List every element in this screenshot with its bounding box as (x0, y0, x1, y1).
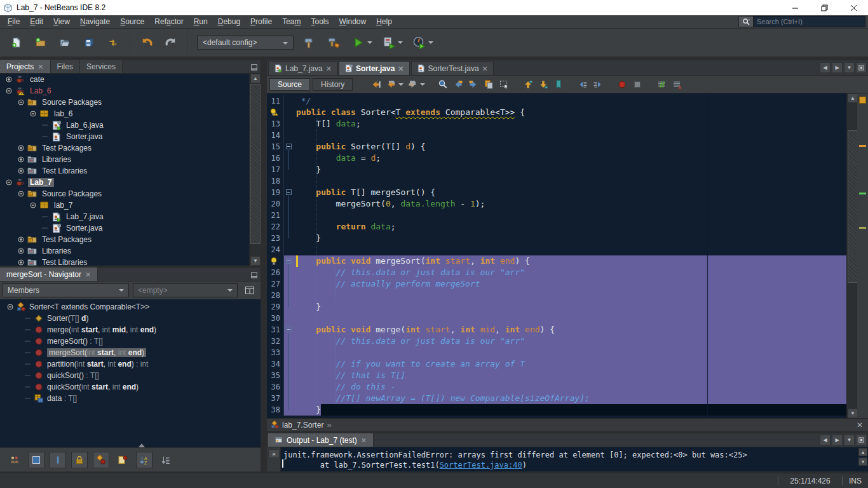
close-button[interactable] (839, 0, 868, 15)
show-static-members-icon[interactable] (71, 452, 88, 468)
code-line[interactable]: 37 //T[] newArray = (T[]) new Comparable… (267, 393, 846, 404)
tree-row[interactable]: Lab_7 (0, 177, 249, 188)
output-scroll-down-icon[interactable]: ▼ (858, 458, 867, 466)
close-icon[interactable]: ✕ (85, 271, 91, 278)
line-number[interactable]: 16 (267, 152, 284, 164)
tab-sorter-java[interactable]: Sorter.java✕ (339, 61, 410, 75)
navigator-member[interactable]: quickSort() : T[] (0, 370, 261, 381)
output-console[interactable]: » ▲ ▼ junit.framework.AssertionFailedErr… (267, 447, 868, 471)
back-icon[interactable] (384, 78, 397, 91)
sync-icon[interactable] (105, 35, 121, 50)
error-stripe-status[interactable] (859, 97, 866, 104)
tree-row[interactable]: cate (0, 74, 249, 85)
scroll-tabs-right-icon[interactable]: ▶ (832, 435, 843, 445)
line-number[interactable]: 15 (267, 141, 284, 152)
tab-output[interactable]: Output - Lab_7 (test)✕ (268, 433, 374, 447)
line-number[interactable]: 35 (267, 370, 284, 381)
menu-profile[interactable]: Profile (245, 16, 277, 27)
tree-row[interactable]: Source Packages (0, 97, 249, 108)
tree-row[interactable]: Sorter.java (0, 222, 249, 234)
output-scroll-up-icon[interactable]: ▲ (858, 448, 867, 456)
comment-icon[interactable] (655, 78, 668, 91)
navigator-member[interactable]: Sorter<T extends Comparable<T>> (0, 301, 261, 313)
history-view-button[interactable]: History (313, 78, 353, 91)
scroll-down-icon[interactable]: ▼ (848, 409, 858, 418)
scroll-tabs-left-icon[interactable]: ◀ (820, 62, 831, 73)
code-line[interactable]: 28 (267, 290, 846, 301)
tree-row[interactable]: Libraries (0, 154, 249, 165)
expand-output-icon[interactable]: » (268, 449, 280, 458)
fold-toggle-icon[interactable] (286, 144, 292, 149)
scroll-up-icon[interactable]: ▲ (250, 74, 261, 83)
search-input[interactable] (754, 16, 865, 27)
expand-icon[interactable] (17, 167, 25, 175)
code-line[interactable]: 35 // that is T[] (267, 370, 846, 381)
stripe-mark[interactable] (859, 227, 866, 229)
line-number[interactable]: 29 (267, 301, 284, 313)
line-number[interactable]: 31 (267, 324, 284, 336)
collapse-icon[interactable] (6, 303, 14, 311)
toggle-bookmark-icon[interactable] (552, 78, 565, 91)
code-line[interactable]: 24 (267, 244, 846, 255)
navigator-member[interactable]: quickSort(int start, int end) (0, 381, 261, 393)
line-number[interactable]: 26 (267, 267, 284, 278)
tree-row[interactable]: Libraries (0, 245, 249, 257)
scroll-up-icon[interactable]: ▲ (848, 93, 858, 103)
line-number[interactable]: 19 (267, 187, 284, 198)
error-stripe[interactable] (857, 93, 868, 418)
code-line[interactable]: 19 public T[] mergeSort() { (267, 187, 846, 198)
code-line[interactable]: 14 (267, 130, 846, 141)
show-bar-icon[interactable] (50, 452, 66, 468)
collapse-icon[interactable] (17, 98, 25, 106)
config-selector[interactable]: <default config> (197, 36, 294, 50)
code-line[interactable]: 26 // this.data or just data is our "arr… (267, 267, 846, 278)
code-line[interactable]: 30 (267, 313, 846, 324)
tab-sortertest-java[interactable]: SorterTest.java✕ (411, 61, 494, 75)
tree-row[interactable]: lab_6 (0, 108, 249, 119)
minimize-button[interactable] (780, 0, 810, 15)
navigator-member[interactable]: mergeSort() : T[] (0, 336, 261, 347)
sort-alphabetically-icon[interactable]: AZ (136, 452, 153, 468)
rect-selection-icon[interactable] (498, 78, 510, 91)
expand-icon[interactable] (17, 144, 25, 152)
members-combo[interactable]: Members (3, 283, 129, 297)
tree-row[interactable]: Test Libraries (0, 165, 249, 177)
shift-right-icon[interactable] (592, 78, 604, 91)
tree-row[interactable]: Source Packages (0, 188, 249, 200)
close-icon[interactable]: ✕ (482, 65, 488, 72)
fold-toggle-icon[interactable] (286, 327, 292, 332)
code-line[interactable]: 38 } (267, 404, 846, 416)
close-icon[interactable]: ✕ (326, 65, 332, 72)
line-number[interactable]: 33 (267, 347, 284, 358)
stacktrace-link[interactable]: SorterTest.java:40 (440, 461, 522, 470)
code-line[interactable]: 32 // this.data or just data is our "arr… (267, 336, 846, 347)
line-number[interactable]: 37 (267, 393, 284, 404)
menu-help[interactable]: Help (371, 16, 397, 27)
bulb-icon[interactable] (267, 255, 284, 267)
line-number[interactable]: 34 (267, 358, 284, 370)
tab-lab7-java[interactable]: Lab_7.java✕ (268, 61, 337, 75)
line-number[interactable]: 32 (267, 336, 284, 347)
dropdown-icon[interactable] (367, 41, 372, 44)
next-bookmark-icon[interactable] (537, 78, 550, 91)
code-line[interactable]: 34 // if you want to create an array of … (267, 358, 846, 370)
profile-icon[interactable] (412, 35, 427, 50)
collapse-icon[interactable] (29, 110, 37, 118)
navigator-settings-icon[interactable] (241, 282, 258, 299)
menu-debug[interactable]: Debug (213, 16, 245, 27)
menu-navigate[interactable]: Navigate (75, 16, 115, 27)
record-macro-icon[interactable] (616, 78, 628, 91)
line-number[interactable]: 23 (267, 233, 284, 244)
scroll-down-icon[interactable]: ▼ (250, 256, 261, 266)
code-line[interactable]: 13 T[] data; (267, 118, 846, 130)
minimize-panel-icon[interactable] (250, 271, 258, 279)
open-project-icon[interactable] (57, 35, 72, 50)
undo-icon[interactable] (139, 35, 154, 50)
tree-row[interactable]: lab_7 (0, 200, 249, 211)
new-file-icon[interactable] (9, 35, 24, 50)
code-line[interactable]: 23 } (267, 233, 846, 244)
collapse-icon[interactable] (5, 87, 13, 95)
code-line[interactable]: 27 // actually perform mergeSort (267, 278, 846, 290)
code-line[interactable]: 11 */ (267, 95, 846, 107)
scope-combo[interactable]: <empty> (133, 283, 238, 297)
